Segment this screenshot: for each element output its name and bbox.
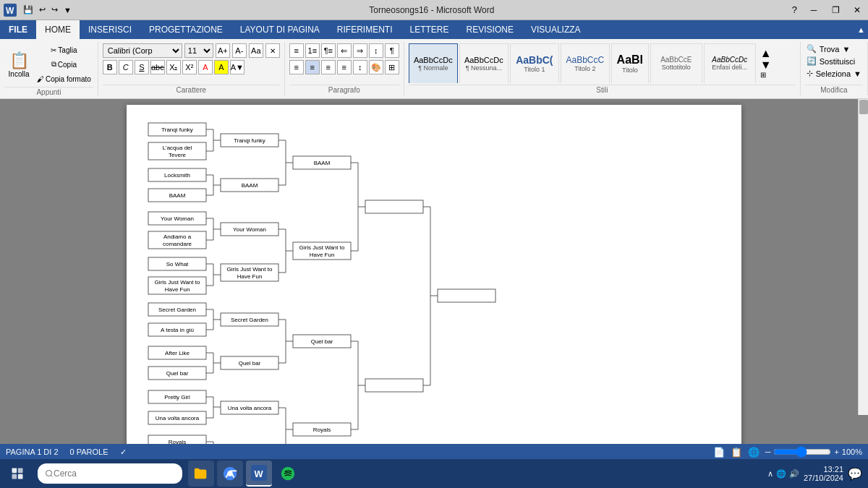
styles-content: AaBbCcDc ¶ Normale AaBbCcDc ¶ Nessuna...… (409, 43, 796, 83)
tab-visualizza[interactable]: VISUALIZZA (522, 20, 590, 39)
paste-label: Incolla (9, 70, 30, 78)
print-layout-btn[interactable]: 📋 (731, 447, 742, 458)
case-btn[interactable]: Aa (249, 43, 263, 58)
volume-icon[interactable]: 🔊 (789, 469, 799, 479)
font-color2-btn[interactable]: A▼ (230, 60, 244, 74)
minimize-btn[interactable]: ─ (803, 0, 825, 20)
font-grow-btn[interactable]: A+ (216, 43, 230, 58)
tab-layout[interactable]: LAYOUT DI PAGINA (231, 20, 328, 39)
paragraph-label: Paragrafo (289, 85, 399, 94)
proofing-icon[interactable]: ✓ (120, 448, 127, 457)
clear-format-btn[interactable]: ✕ (265, 43, 280, 58)
search-input[interactable] (54, 468, 162, 479)
chevron-icon[interactable]: ∧ (767, 469, 773, 479)
notification-btn[interactable]: 💬 (848, 467, 862, 481)
quick-menu[interactable]: ▼ (64, 6, 72, 14)
border-btn[interactable]: ⊞ (385, 60, 399, 74)
tab-home[interactable]: HOME (36, 20, 80, 39)
numbering-btn[interactable]: 1≡ (305, 43, 320, 58)
read-mode-btn[interactable]: 📄 (713, 447, 725, 458)
font-shrink-btn[interactable]: A- (232, 43, 247, 58)
svg-text:Pretty Girl: Pretty Girl (164, 394, 190, 401)
tab-lettere[interactable]: LETTERE (401, 20, 458, 39)
font-row1: Calibri (Corp 11 A+ A- Aa ✕ (103, 43, 280, 58)
restore-btn[interactable]: ❐ (825, 0, 846, 20)
shading-btn[interactable]: 🎨 (369, 60, 383, 74)
start-btn[interactable] (0, 459, 35, 488)
align-left-btn[interactable]: ≡ (289, 60, 304, 74)
bullets-btn[interactable]: ≡ (289, 43, 304, 58)
underline-btn[interactable]: S (135, 60, 149, 74)
font-size-select[interactable]: 11 (184, 43, 213, 58)
align-right-btn[interactable]: ≡ (321, 60, 336, 74)
svg-text:Una volta ancora: Una volta ancora (228, 405, 272, 411)
align-center-btn[interactable]: ≡ (305, 60, 320, 74)
spotify-btn[interactable] (275, 461, 301, 487)
font-family-select[interactable]: Calibri (Corp (103, 43, 182, 58)
style-sottotitolo[interactable]: AaBbCcE Sottotitolo (650, 43, 702, 83)
style-titolo1[interactable]: AaBbC( Titolo 1 (510, 43, 559, 83)
replace-btn[interactable]: 🔄 Sostituisci (805, 56, 857, 67)
sort-btn[interactable]: ↕ (369, 43, 383, 58)
svg-text:Una volta ancora: Una volta ancora (156, 415, 200, 421)
taskbar: W ∧ 🌐 🔊 13:21 27/10/2024 💬 (0, 459, 868, 488)
file-explorer-btn[interactable] (188, 461, 214, 487)
style-titolo[interactable]: AaBl Titolo (611, 43, 649, 83)
justify-btn[interactable]: ≡ (337, 60, 352, 74)
svg-text:Have Fun: Have Fun (237, 273, 263, 280)
svg-text:Quel bar: Quel bar (311, 338, 333, 345)
style-enfasi[interactable]: AaBbCcDc Enfasi deli... (704, 43, 756, 83)
cut-btn[interactable]: ✂ Taglia (35, 43, 93, 56)
find-btn[interactable]: 🔍 Trova ▼ (805, 43, 852, 54)
italic-btn[interactable]: C (119, 60, 133, 74)
scrollbar-thumb[interactable] (859, 100, 868, 114)
page-info: PAGINA 1 DI 2 (6, 448, 59, 456)
decrease-indent-btn[interactable]: ⇐ (337, 43, 352, 58)
zoom-out-btn[interactable]: ─ (765, 448, 771, 456)
tab-file[interactable]: FILE (0, 20, 36, 39)
ribbon-collapse[interactable]: ▲ (857, 25, 865, 34)
style-titolo2[interactable]: AaBbCcC Titolo 2 (561, 43, 610, 83)
font-color-btn[interactable]: A (198, 60, 213, 74)
title-text: Torneosongs16 - Microsoft Word (72, 5, 792, 15)
multilevel-btn[interactable]: ¶≡ (321, 43, 336, 58)
paste-btn[interactable]: 📋 Incolla (4, 50, 33, 80)
styles-scroll[interactable]: ▲ ▼ ⊞ (757, 48, 775, 79)
chrome-icon (222, 466, 238, 481)
quick-redo[interactable]: ↪ (51, 5, 58, 14)
quick-undo[interactable]: ↩ (39, 5, 46, 14)
vertical-scrollbar[interactable] (858, 99, 868, 415)
copy-btn[interactable]: ⧉ Copia (35, 58, 93, 71)
chrome-btn[interactable] (217, 461, 243, 487)
tab-inserisci[interactable]: INSERISCI (80, 20, 140, 39)
select-btn[interactable]: ⊹ Seleziona ▼ (805, 68, 863, 79)
line-spacing-btn[interactable]: ↕ (353, 60, 367, 74)
zoom-in-btn[interactable]: + (834, 448, 838, 456)
strikethrough-btn[interactable]: abc (150, 60, 165, 74)
taskbar-search[interactable] (38, 463, 182, 484)
close-btn[interactable]: ✕ (846, 0, 868, 20)
web-layout-btn[interactable]: 🌐 (748, 447, 760, 458)
tab-revisione[interactable]: REVISIONE (458, 20, 522, 39)
svg-text:L'acqua del: L'acqua del (163, 145, 192, 151)
pilcrow-btn[interactable]: ¶ (385, 43, 399, 58)
help-btn[interactable]: ? (792, 4, 797, 15)
word-taskbar-btn[interactable]: W (246, 461, 272, 487)
zoom-slider[interactable] (773, 446, 831, 458)
subscript-btn[interactable]: X₂ (166, 60, 181, 74)
bold-btn[interactable]: B (103, 60, 117, 74)
increase-indent-btn[interactable]: ⇒ (353, 43, 367, 58)
style-normal[interactable]: AaBbCcDc ¶ Normale (409, 43, 458, 83)
svg-text:Have Fun: Have Fun (310, 252, 335, 258)
svg-text:comandare: comandare (163, 241, 192, 247)
quick-save[interactable]: 💾 (23, 5, 33, 14)
network-icon[interactable]: 🌐 (776, 469, 786, 479)
tab-progettazione[interactable]: PROGETTAZIONE (140, 20, 231, 39)
replace-icon: 🔄 (807, 56, 817, 66)
highlight-btn[interactable]: A (214, 60, 229, 74)
format-btn[interactable]: 🖌 Copia formato (35, 72, 93, 85)
tab-riferimenti[interactable]: RIFERIMENTI (328, 20, 401, 39)
style-nessuna[interactable]: AaBbCcDc ¶ Nessuna... (459, 43, 509, 83)
clipboard-small-btns: ✂ Taglia ⧉ Copia 🖌 Copia formato (35, 43, 93, 85)
superscript-btn[interactable]: X² (182, 60, 197, 74)
